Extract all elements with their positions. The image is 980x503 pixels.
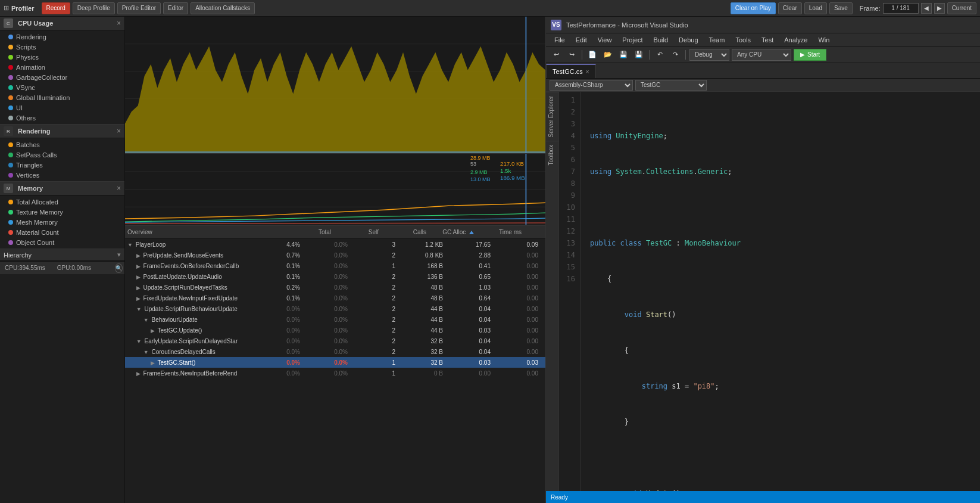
tree-arrow[interactable]: ▶ — [136, 285, 141, 291]
table-row[interactable]: ▼ PlayerLoop 4.4% 0.0% 3 1.2 KB 17.65 0.… — [125, 239, 545, 250]
server-explorer-tab[interactable]: Server Explorer — [546, 92, 558, 141]
rendering-section-close[interactable]: × — [117, 127, 121, 135]
sidebar-item-material[interactable]: Material Count — [0, 227, 124, 237]
frame-prev-button[interactable]: ◀ — [921, 3, 932, 14]
toolbox-tab[interactable]: Toolbox — [546, 141, 558, 169]
col-time[interactable]: Time ms — [479, 229, 526, 235]
platform-dropdown[interactable]: Any CPU — [732, 49, 791, 61]
vs-open-btn[interactable]: 📂 — [601, 48, 614, 61]
sidebar-item-total-alloc[interactable]: Total Allocated — [0, 197, 124, 207]
nav-class-dropdown[interactable]: TestGC — [635, 80, 707, 91]
vs-save-all-btn[interactable]: 💾 — [632, 48, 645, 61]
vs-back-btn[interactable]: ↩ — [550, 48, 563, 61]
menu-edit[interactable]: Edit — [571, 34, 592, 46]
record-button[interactable]: Record — [42, 2, 70, 14]
col-self[interactable]: Self — [336, 229, 383, 235]
vs-forward-btn[interactable]: ↪ — [565, 48, 578, 61]
table-row[interactable]: ▶ Update.ScriptRunDelayedTasks 0.2% 0.0%… — [125, 282, 545, 293]
current-button[interactable]: Current — [947, 2, 976, 14]
sidebar-item-gi[interactable]: Global Illumination — [0, 92, 124, 103]
sidebar-item-object[interactable]: Object Count — [0, 237, 124, 247]
col-selfms[interactable]: Self ms — [526, 229, 545, 235]
deep-profile-button[interactable]: Deep Profile — [73, 2, 115, 14]
cpu-section-close[interactable]: × — [117, 19, 121, 27]
table-row[interactable]: ▶ FrameEvents.OnBeforeRenderCallb 0.1% 0… — [125, 260, 545, 271]
sidebar-item-ui[interactable]: UI — [0, 103, 124, 113]
nav-namespace-dropdown[interactable]: Assembly-CSharp — [550, 80, 633, 91]
menu-project[interactable]: Project — [617, 34, 647, 46]
tree-arrow[interactable]: ▶ — [136, 253, 141, 259]
frame-input[interactable] — [883, 3, 919, 14]
table-row[interactable]: ▶ TestGC.Update() 0.0% 0.0% 2 44 B 0.03 … — [125, 325, 545, 336]
tree-arrow[interactable]: ▶ — [136, 296, 141, 302]
search-icon[interactable]: 🔍 — [115, 263, 123, 273]
sidebar-item-rendering[interactable]: Rendering — [0, 32, 124, 42]
sidebar-item-texture[interactable]: Texture Memory — [0, 207, 124, 217]
tab-close-btn[interactable]: × — [586, 69, 589, 75]
table-row[interactable]: ▶ FrameEvents.NewInputBeforeRend 0.0% 0.… — [125, 368, 545, 378]
col-total[interactable]: Total — [288, 229, 336, 235]
tree-arrow[interactable]: ▶ — [136, 274, 141, 280]
memory-section-close[interactable]: × — [117, 184, 121, 192]
sidebar-item-setpass[interactable]: SetPass Calls — [0, 150, 124, 160]
table-row[interactable]: ▼ CoroutinesDelayedCalls 0.0% 0.0% 2 32 … — [125, 346, 545, 357]
sidebar-item-vertices[interactable]: Vertices — [0, 170, 124, 180]
sidebar-item-mesh[interactable]: Mesh Memory — [0, 217, 124, 227]
sidebar-item-gc[interactable]: GarbageCollector — [0, 72, 124, 82]
menu-tools[interactable]: Tools — [731, 34, 756, 46]
table-row[interactable]: ▶ PreUpdate.SendMouseEvents 0.7% 0.0% 2 … — [125, 250, 545, 260]
load-button[interactable]: Load — [804, 2, 827, 14]
col-calls[interactable]: Calls — [383, 229, 431, 235]
debug-config-dropdown[interactable]: Debug Release — [689, 49, 729, 61]
tree-expand-arrow[interactable]: ▼ — [127, 242, 133, 248]
editor-button[interactable]: Editor — [163, 2, 188, 14]
sidebar-item-batches[interactable]: Batches — [0, 139, 124, 150]
tree-arrow[interactable]: ▶ — [136, 263, 141, 269]
tree-arrow[interactable]: ▼ — [143, 317, 149, 323]
menu-build[interactable]: Build — [649, 34, 673, 46]
table-row[interactable]: ▼ EarlyUpdate.ScriptRunDelayedStar 0.0% … — [125, 336, 545, 346]
col-gc[interactable]: GC Alloc — [431, 229, 479, 235]
profile-editor-button[interactable]: Profile Editor — [117, 2, 161, 14]
menu-file[interactable]: File — [550, 34, 570, 46]
row-calls: 2 — [352, 306, 400, 312]
vs-undo-btn[interactable]: ↶ — [653, 48, 666, 61]
tree-arrow[interactable]: ▼ — [136, 306, 142, 312]
sidebar-item-triangles[interactable]: Triangles — [0, 160, 124, 170]
tree-arrow[interactable]: ▶ — [151, 328, 155, 334]
tree-arrow[interactable]: ▼ — [143, 349, 149, 355]
table-row[interactable]: ▶ FixedUpdate.NewInputFixedUpdate 0.1% 0… — [125, 293, 545, 303]
tree-arrow[interactable]: ▶ — [151, 360, 155, 366]
sidebar-item-physics[interactable]: Physics — [0, 52, 124, 62]
vs-tab-testgc[interactable]: TestGC.cs × — [546, 64, 596, 78]
menu-win[interactable]: Win — [813, 34, 834, 46]
menu-analyze[interactable]: Analyze — [779, 34, 812, 46]
tree-arrow[interactable]: ▶ — [136, 371, 141, 377]
menu-test[interactable]: Test — [757, 34, 778, 46]
save-button[interactable]: Save — [829, 2, 853, 14]
sidebar-item-animation[interactable]: Animation — [0, 62, 124, 72]
row-label: FixedUpdate.NewInputFixedUpdate — [143, 295, 238, 302]
table-row-selected[interactable]: ▶ TestGC.Start() 0.0% 0.0% 1 32 B 0.03 0… — [125, 357, 545, 368]
menu-debug[interactable]: Debug — [674, 34, 703, 46]
menu-team[interactable]: Team — [704, 34, 730, 46]
clear-on-play-button[interactable]: Clear on Play — [731, 2, 776, 14]
vs-redo-btn[interactable]: ↷ — [669, 48, 682, 61]
code-content[interactable]: using UnityEngine; using System.Collecti… — [580, 92, 980, 491]
col-overview[interactable]: Overview — [127, 229, 288, 235]
tree-arrow[interactable]: ▼ — [136, 339, 142, 344]
start-button[interactable]: ▶ Start — [794, 49, 826, 61]
sidebar-item-others[interactable]: Others — [0, 113, 124, 123]
hierarchy-dropdown-icon[interactable]: ▾ — [117, 251, 121, 259]
vs-save-btn[interactable]: 💾 — [617, 48, 630, 61]
sidebar-item-scripts[interactable]: Scripts — [0, 42, 124, 52]
vs-new-btn[interactable]: 📄 — [586, 48, 599, 61]
menu-view[interactable]: View — [593, 34, 617, 46]
clear-button[interactable]: Clear — [778, 2, 802, 14]
table-row[interactable]: ▼ BehaviourUpdate 0.0% 0.0% 2 44 B 0.04 … — [125, 314, 545, 325]
allocation-callstacks-button[interactable]: Allocation Callstacks — [191, 2, 255, 14]
sidebar-item-vsync[interactable]: VSync — [0, 82, 124, 92]
table-row[interactable]: ▼ Update.ScriptRunBehaviourUpdate 0.0% 0… — [125, 303, 545, 314]
frame-next-button[interactable]: ▶ — [934, 3, 945, 14]
table-row[interactable]: ▶ PostLateUpdate.UpdateAudio 0.1% 0.0% 2… — [125, 271, 545, 282]
